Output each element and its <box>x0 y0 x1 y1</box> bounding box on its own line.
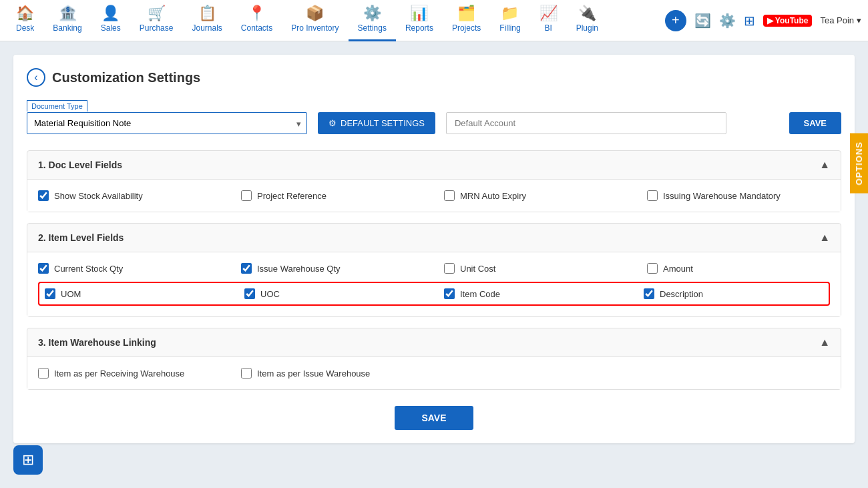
section-warehouse-linking-chevron: ▲ <box>819 336 830 348</box>
section-item-level: 2. Item Level Fields ▲ Current Stock Qty… <box>27 223 841 317</box>
section-warehouse-linking-title: 3. Item Warehouse Linking <box>38 337 156 348</box>
settings-icon[interactable]: ⚙️ <box>719 13 736 29</box>
nav-item-desk[interactable]: 🏠Desk <box>7 0 43 41</box>
checkbox-receiving-warehouse[interactable]: Item as per Receiving Warehouse <box>38 368 221 379</box>
user-chevron: ▾ <box>857 15 861 25</box>
save-button-bottom[interactable]: SAVE <box>395 406 473 430</box>
section-item-level-chevron: ▲ <box>819 232 830 244</box>
checkbox-uom[interactable]: UOM <box>45 288 224 299</box>
default-account-input[interactable] <box>446 112 726 134</box>
checkbox-uom-input[interactable] <box>45 288 55 299</box>
top-controls: Document Type Material Requisition Note … <box>27 100 841 134</box>
document-type-label: Document Type <box>27 100 87 111</box>
document-type-select-wrapper[interactable]: Material Requisition Note ▾ <box>27 112 307 134</box>
checkbox-mrn-auto-expiry[interactable]: MRN Auto Expiry <box>444 190 627 201</box>
warehouse-linking-row-1: Item as per Receiving Warehouse Item as … <box>38 368 830 379</box>
section-doc-level-header[interactable]: 1. Doc Level Fields ▲ <box>27 151 841 179</box>
section-doc-level: 1. Doc Level Fields ▲ Show Stock Availab… <box>27 150 841 212</box>
bottom-save-wrapper: SAVE <box>27 406 841 430</box>
nav-icon-desk: 🏠 <box>16 6 34 21</box>
navbar: 🏠Desk🏦Banking👤Sales🛒Purchase📋Journals📍Co… <box>0 0 868 41</box>
page-header: ‹ Customization Settings <box>27 68 841 87</box>
document-type-group: Document Type Material Requisition Note … <box>27 100 307 134</box>
checkbox-item-code-input[interactable] <box>444 288 455 299</box>
checkbox-current-stock-label: Current Stock Qty <box>54 264 123 274</box>
checkbox-description-input[interactable] <box>644 288 654 299</box>
nav-item-projects[interactable]: 🗂️Projects <box>443 0 490 41</box>
grid-icon-button[interactable]: ⊞ <box>13 445 43 475</box>
checkbox-issue-warehouse[interactable]: Item as per Issue Warehouse <box>241 368 424 379</box>
section-doc-level-title: 1. Doc Level Fields <box>38 160 122 170</box>
nav-item-banking[interactable]: 🏦Banking <box>43 0 91 41</box>
checkbox-project-ref-input[interactable] <box>241 190 252 201</box>
checkbox-project-ref[interactable]: Project Reference <box>241 190 424 201</box>
user-menu[interactable]: Tea Poin ▾ <box>820 15 861 25</box>
nav-icon-contacts: 📍 <box>248 6 266 21</box>
nav-icon-banking: 🏦 <box>59 6 77 21</box>
checkbox-item-code[interactable]: Item Code <box>444 288 624 299</box>
nav-item-plugin[interactable]: 🔌Plugin <box>567 0 608 41</box>
add-button[interactable]: + <box>665 10 686 31</box>
nav-items: 🏠Desk🏦Banking👤Sales🛒Purchase📋Journals📍Co… <box>7 0 665 41</box>
nav-icon-reports: 📊 <box>410 6 428 21</box>
checkbox-issue-warehouse-input[interactable] <box>241 368 252 379</box>
checkbox-unit-cost-input[interactable] <box>444 263 455 274</box>
nav-item-pro-inventory[interactable]: 📦Pro Inventory <box>282 0 348 41</box>
nav-icon-sales: 👤 <box>101 6 120 21</box>
checkbox-issue-warehouse-label: Item as per Issue Warehouse <box>257 369 370 379</box>
main-content: ‹ Customization Settings Document Type M… <box>0 41 868 488</box>
checkbox-amount[interactable]: Amount <box>647 263 830 274</box>
nav-item-settings[interactable]: ⚙️Settings <box>349 0 396 41</box>
checkbox-show-stock-input[interactable] <box>38 190 49 201</box>
checkbox-unit-cost-label: Unit Cost <box>460 264 495 274</box>
checkbox-mrn-auto-expiry-input[interactable] <box>444 190 455 201</box>
checkbox-item-code-label: Item Code <box>460 289 500 299</box>
checkbox-issue-warehouse-qty[interactable]: Issue Warehouse Qty <box>241 263 424 274</box>
nav-item-purchase[interactable]: 🛒Purchase <box>130 0 183 41</box>
section-warehouse-linking-header[interactable]: 3. Item Warehouse Linking ▲ <box>27 328 841 356</box>
gear-icon: ⚙ <box>329 118 337 128</box>
apps-icon[interactable]: ⊞ <box>744 13 755 29</box>
refresh-icon[interactable]: 🔄 <box>694 13 711 29</box>
youtube-icon[interactable]: ▶ YouTube <box>763 15 813 27</box>
checkbox-uoc-input[interactable] <box>244 288 255 299</box>
nav-icon-purchase: 🛒 <box>148 6 166 21</box>
checkbox-amount-input[interactable] <box>647 263 658 274</box>
checkbox-show-stock[interactable]: Show Stock Availability <box>38 190 221 201</box>
default-settings-button[interactable]: ⚙ DEFAULT SETTINGS <box>318 112 435 134</box>
checkbox-description[interactable]: Description <box>644 288 823 299</box>
section-doc-level-body: Show Stock Availability Project Referenc… <box>27 179 841 212</box>
nav-icon-projects: 🗂️ <box>457 6 475 21</box>
checkbox-issue-warehouse-qty-label: Issue Warehouse Qty <box>257 264 341 274</box>
checkbox-current-stock-input[interactable] <box>38 263 49 274</box>
checkbox-current-stock[interactable]: Current Stock Qty <box>38 263 221 274</box>
section-item-level-body: Current Stock Qty Issue Warehouse Qty Un… <box>27 252 841 316</box>
save-button-top[interactable]: SAVE <box>789 112 841 134</box>
checkbox-issue-warehouse-qty-input[interactable] <box>241 263 252 274</box>
checkbox-issuing-warehouse[interactable]: Issuing Warehouse Mandatory <box>647 190 830 201</box>
item-level-highlighted-row: UOM UOC Item Code Description <box>38 282 830 306</box>
nav-item-bi[interactable]: 📈BI <box>530 0 567 41</box>
section-warehouse-linking: 3. Item Warehouse Linking ▲ Item as per … <box>27 328 841 390</box>
options-tab[interactable]: OPTIONS <box>850 134 868 194</box>
nav-item-contacts[interactable]: 📍Contacts <box>232 0 282 41</box>
nav-item-sales[interactable]: 👤Sales <box>91 0 130 41</box>
checkbox-uoc-label: UOC <box>260 289 280 299</box>
nav-item-filling[interactable]: 📁Filling <box>490 0 529 41</box>
nav-item-reports[interactable]: 📊Reports <box>396 0 443 41</box>
checkbox-uoc[interactable]: UOC <box>244 288 424 299</box>
section-warehouse-linking-body: Item as per Receiving Warehouse Item as … <box>27 356 841 389</box>
checkbox-show-stock-label: Show Stock Availability <box>54 191 143 201</box>
checkbox-uom-label: UOM <box>61 289 81 299</box>
checkbox-receiving-warehouse-input[interactable] <box>38 368 49 379</box>
section-item-level-header[interactable]: 2. Item Level Fields ▲ <box>27 224 841 252</box>
section-doc-level-chevron: ▲ <box>819 159 830 171</box>
back-button[interactable]: ‹ <box>27 68 45 87</box>
checkbox-unit-cost[interactable]: Unit Cost <box>444 263 627 274</box>
page-card: ‹ Customization Settings Document Type M… <box>13 55 855 443</box>
nav-item-journals[interactable]: 📋Journals <box>182 0 231 41</box>
checkbox-amount-label: Amount <box>663 264 693 274</box>
checkbox-issuing-warehouse-input[interactable] <box>647 190 658 201</box>
nav-icon-settings: ⚙️ <box>363 6 381 21</box>
document-type-select[interactable]: Material Requisition Note <box>27 113 306 134</box>
